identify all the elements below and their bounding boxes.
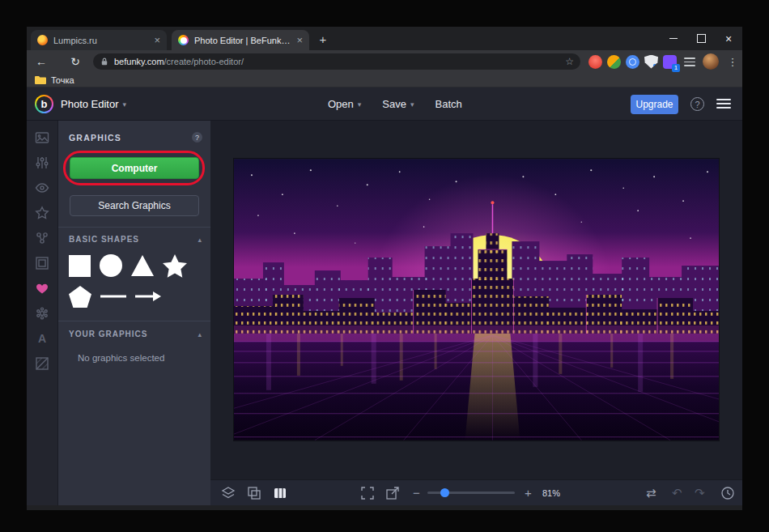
shape-arrow[interactable] — [135, 291, 161, 302]
search-graphics-button[interactable]: Search Graphics — [70, 195, 199, 216]
redo-button[interactable]: ↷ — [695, 487, 705, 499]
line-icon — [100, 295, 126, 298]
extension-red-icon[interactable] — [588, 55, 602, 69]
minimize-icon — [669, 38, 678, 39]
shape-line[interactable] — [100, 295, 126, 298]
basic-shapes-section-header[interactable]: BASIC SHAPES ▴ — [69, 235, 202, 244]
extension-purple-icon[interactable]: 1 — [663, 55, 677, 69]
adjust-tool[interactable] — [35, 155, 49, 170]
tab-close-icon[interactable]: × — [296, 35, 303, 45]
browser-toolbar: ← ↻ befunky.com/create/photo-editor/ ☆ 1… — [27, 50, 742, 73]
text-tool[interactable]: A — [35, 331, 49, 346]
panel-header: GRAPHICS ? — [69, 132, 202, 143]
tool-rail: A — [27, 121, 58, 505]
product-menu[interactable]: Photo Editor ▾ — [61, 87, 126, 121]
nodes-icon — [35, 231, 49, 245]
your-graphics-section-header[interactable]: YOUR GRAPHICS ▴ — [69, 330, 202, 338]
shape-triangle[interactable] — [131, 255, 154, 276]
tab-befunky-active[interactable]: Photo Editor | BeFunky: Free Onl × — [172, 30, 309, 50]
overlap-squares-icon — [247, 486, 261, 500]
reload-icon[interactable]: ↻ — [66, 50, 85, 73]
shape-square[interactable] — [69, 255, 91, 277]
fit-screen-button[interactable] — [360, 486, 375, 500]
back-icon[interactable]: ← — [32, 50, 51, 73]
extension-globe-icon[interactable] — [626, 55, 639, 69]
arrow-icon — [135, 291, 161, 302]
panel-help-icon[interactable]: ? — [192, 132, 202, 143]
divider — [58, 321, 210, 321]
grid-view-button[interactable] — [273, 486, 287, 500]
bookmark-star-icon[interactable]: ☆ — [565, 57, 574, 66]
chevron-up-icon: ▴ — [198, 236, 202, 244]
graphics-panel: GRAPHICS ? Computer Search Graphics BASI… — [58, 121, 210, 505]
compare-button[interactable]: ⇄ — [646, 487, 656, 499]
graphics-tool-active[interactable] — [35, 281, 49, 296]
tab-strip: Lumpics.ru × Photo Editor | BeFunky: Fre… — [27, 27, 742, 50]
text-tool-icon: A — [38, 333, 46, 344]
help-button[interactable]: ? — [690, 97, 704, 111]
profile-avatar[interactable] — [703, 53, 719, 70]
flower-icon — [35, 306, 49, 321]
tab-close-icon[interactable]: × — [154, 35, 160, 45]
canvas-toolbar: − + 81% ⇄ ↶ ↷ — [210, 479, 742, 505]
undo-button[interactable]: ↶ — [672, 487, 682, 499]
layers-icon — [221, 486, 236, 500]
save-menu[interactable]: Save ▾ — [382, 98, 414, 110]
computer-upload-button[interactable]: Computer — [70, 157, 199, 179]
star-icon — [163, 254, 187, 278]
maximize-button[interactable] — [687, 27, 715, 50]
zoom-slider[interactable] — [427, 492, 515, 494]
browser-menu-icon[interactable]: ⋮ — [724, 53, 741, 70]
upgrade-button[interactable]: Upgrade — [631, 95, 678, 114]
shape-circle[interactable] — [100, 254, 122, 277]
tab-lumpics[interactable]: Lumpics.ru × — [31, 30, 167, 50]
touchup-tool[interactable] — [35, 231, 49, 245]
befunky-logo[interactable]: b — [35, 95, 53, 113]
batch-menu[interactable]: Batch — [435, 98, 462, 110]
close-window-button[interactable]: × — [715, 27, 742, 50]
zoom-slider-knob[interactable] — [440, 488, 449, 497]
effects-tool[interactable] — [35, 181, 49, 195]
section-label: BASIC SHAPES — [69, 235, 139, 244]
heart-icon — [35, 281, 49, 296]
overlays-tool[interactable] — [35, 306, 49, 321]
circle-icon — [100, 254, 122, 277]
no-graphics-text: No graphics selected — [78, 353, 164, 363]
fullscreen-button[interactable] — [385, 486, 400, 500]
app-main-menu: Open ▾ Save ▾ Batch — [328, 87, 462, 121]
befunky-favicon-icon — [178, 35, 189, 45]
address-bar[interactable]: befunky.com/create/photo-editor/ ☆ — [93, 53, 580, 70]
url-path: /create/photo-editor/ — [164, 57, 244, 66]
zoom-level: 81% — [542, 488, 560, 498]
zoom-in-button[interactable]: + — [525, 487, 532, 499]
zoom-out-button[interactable]: − — [413, 487, 420, 499]
minimize-button[interactable] — [660, 27, 687, 50]
section-label: YOUR GRAPHICS — [69, 330, 147, 338]
basic-shapes-grid — [69, 250, 202, 312]
open-menu[interactable]: Open ▾ — [328, 98, 361, 110]
lock-icon — [100, 57, 109, 66]
extension-orange-icon[interactable] — [607, 55, 621, 69]
screen: { "palette": { "computer_button_green": … — [0, 0, 769, 532]
artsy-tool[interactable] — [35, 206, 49, 220]
new-tab-button[interactable]: + — [316, 32, 330, 46]
transform-button[interactable] — [247, 486, 261, 500]
frame-icon — [35, 256, 49, 270]
synthwave-city-image[interactable] — [234, 159, 719, 440]
grid-icon — [273, 486, 287, 500]
tab-title: Photo Editor | BeFunky: Free Onl — [194, 36, 291, 45]
layers-button[interactable] — [221, 486, 236, 500]
product-title: Photo Editor — [61, 98, 119, 110]
history-button[interactable] — [720, 486, 735, 500]
shape-pentagon[interactable] — [69, 286, 91, 308]
hamburger-menu-icon[interactable] — [716, 99, 731, 109]
extension-shield-icon[interactable]: 1 — [644, 55, 658, 69]
maximize-icon — [697, 34, 706, 43]
shape-star[interactable] — [163, 254, 187, 278]
frames-tool[interactable] — [35, 256, 49, 270]
close-icon: × — [725, 33, 732, 45]
bookmark-item[interactable]: Точка — [27, 73, 742, 87]
reading-list-icon[interactable] — [684, 57, 695, 66]
textures-tool[interactable] — [35, 356, 49, 371]
photo-tool[interactable] — [35, 130, 49, 145]
